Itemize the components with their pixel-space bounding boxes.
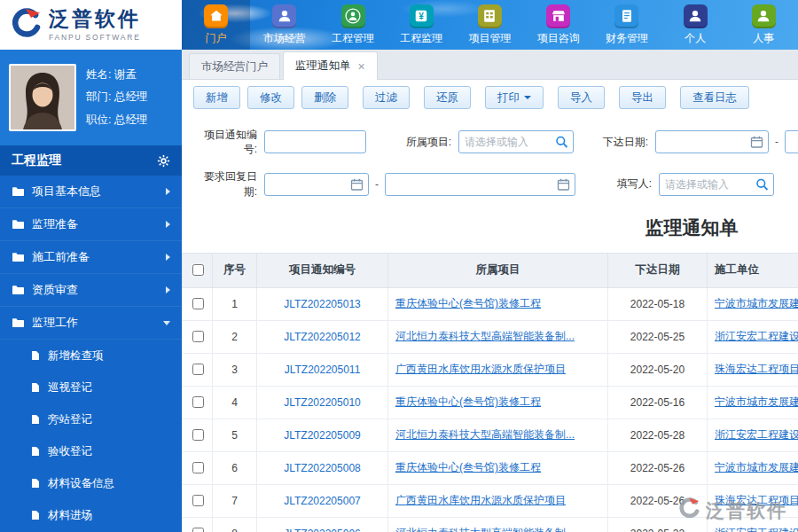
row-date: 2022-05-20 [608, 353, 708, 386]
notice-code-link[interactable]: JLTZ202205010 [284, 396, 361, 409]
unit-link[interactable]: 浙江安宏工程建设 [715, 428, 798, 441]
notice-code-link[interactable]: JLTZ202205009 [284, 429, 361, 442]
filter-button[interactable]: 过滤 [363, 86, 410, 109]
row-checkbox[interactable] [192, 429, 204, 441]
svg-text:¥: ¥ [419, 12, 424, 21]
unit-link[interactable]: 宁波市城市发展建设 [715, 461, 798, 473]
logo[interactable]: 泛普软件 FANPU SOFTWARE [0, 0, 182, 50]
nav-item-personal[interactable]: 个人 [661, 0, 730, 50]
calendar-icon[interactable] [350, 177, 364, 191]
row-checkbox[interactable] [192, 462, 204, 473]
unit-link[interactable]: 宁波市城市发展建设 [715, 395, 798, 408]
row-no: 8 [213, 517, 257, 532]
project-link[interactable]: 重庆体验中心(叁号馆)装修工程 [395, 461, 541, 473]
import-button[interactable]: 导入 [558, 86, 605, 109]
row-checkbox[interactable] [192, 331, 204, 342]
table-row[interactable]: 3 JLTZ202205011 广西黄田水库饮用水源水质保护项目 2022-05… [183, 353, 798, 386]
menu-label: 监理准备 [32, 216, 78, 232]
nav-item-finance[interactable]: 财务管理 [592, 0, 661, 50]
filter-panel: 项目通知编号: 所属项目: 下达日期: [182, 115, 798, 210]
nav-label-portal: 门户 [206, 31, 227, 46]
storefront-icon [546, 4, 570, 28]
nav-item-hr[interactable]: 人事 [730, 0, 798, 50]
unit-link[interactable]: 浙江安宏工程建设 [715, 330, 798, 342]
notice-code-link[interactable]: JLTZ202205007 [284, 495, 361, 507]
sidebar-item-supervision-prep[interactable]: 监理准备 [0, 208, 182, 241]
add-button[interactable]: 新增 [193, 86, 240, 109]
notice-code-link[interactable]: JLTZ202205012 [284, 331, 361, 343]
row-checkbox[interactable] [192, 528, 204, 532]
unit-link[interactable]: 宁波市城市发展建设 [715, 297, 798, 309]
tab-supervision-notice[interactable]: 监理通知单 × [283, 51, 378, 80]
page-icon [31, 350, 40, 361]
notice-code-link[interactable]: JLTZ202205013 [284, 298, 361, 310]
row-checkbox[interactable] [192, 495, 204, 506]
nav-item-consulting[interactable]: 项目咨询 [524, 0, 592, 50]
sidebar-subitem-new-check-item[interactable]: 新增检查项 [0, 340, 182, 372]
user-avatar [9, 64, 76, 131]
issue-date-to-input[interactable] [785, 130, 798, 153]
sidebar-subitem-acceptance-register[interactable]: 验收登记 [0, 435, 182, 467]
nav-label-engineering: 工程管理 [332, 31, 374, 46]
search-icon[interactable] [555, 136, 568, 149]
tab-market-portal[interactable]: 市场经营门户 [189, 53, 280, 79]
project-link[interactable]: 广西黄田水库饮用水源水质保护项目 [395, 363, 566, 375]
reply-date-to-input[interactable] [385, 173, 575, 196]
table-row[interactable]: 6 JLTZ202205008 重庆体验中心(叁号馆)装修工程 2022-05-… [183, 451, 798, 484]
project-link[interactable]: 重庆体验中心(叁号馆)装修工程 [395, 395, 541, 408]
row-checkbox[interactable] [192, 364, 204, 375]
sidebar-item-preconstruction-prep[interactable]: 施工前准备 [0, 241, 182, 274]
sidebar-item-project-basic-info[interactable]: 项目基本信息 [0, 176, 182, 208]
sidebar-subitem-material-arrival[interactable]: 材料进场 [0, 499, 182, 531]
table-row[interactable]: 5 JLTZ202205009 河北恒力泰科技大型高端智能装备制... 2022… [183, 419, 798, 451]
calendar-icon[interactable] [750, 136, 763, 149]
edit-button[interactable]: 修改 [247, 86, 294, 109]
project-link[interactable]: 河北恒力泰科技大型高端智能装备制... [395, 527, 575, 532]
nav-item-supervision[interactable]: ¥ 工程监理 [387, 0, 456, 50]
fanpu-watermark-icon [678, 497, 700, 523]
view-log-button[interactable]: 查看日志 [680, 86, 749, 109]
sidebar-item-supervision-work[interactable]: 监理工作 [0, 307, 182, 340]
export-button[interactable]: 导出 [619, 86, 666, 109]
notice-code-link[interactable]: JLTZ202205006 [284, 528, 361, 532]
select-all-checkbox[interactable] [192, 264, 204, 276]
logo-title: 泛普软件 [49, 9, 141, 29]
print-button[interactable]: 打印 [485, 86, 544, 109]
nav-item-market[interactable]: 市场经营 [250, 0, 318, 50]
close-tab-icon[interactable]: × [358, 60, 365, 73]
nav-item-engineering[interactable]: 工程管理 [318, 0, 387, 50]
watermark-text: 泛普软件 [706, 498, 787, 523]
sidebar-item-qualification-review[interactable]: 资质审查 [0, 274, 182, 307]
sidebar-subitem-patrol-register[interactable]: 巡视登记 [0, 372, 182, 403]
gear-icon[interactable] [157, 154, 170, 168]
unit-link[interactable]: 浙江安宏工程建设 [715, 527, 798, 532]
issue-date-to [785, 130, 798, 153]
sidebar-subitem-side-station-register[interactable]: 旁站登记 [0, 403, 182, 435]
row-checkbox[interactable] [192, 396, 204, 408]
table-row[interactable]: 1 JLTZ202205013 重庆体验中心(叁号馆)装修工程 2022-05-… [183, 287, 798, 320]
project-link[interactable]: 广西黄田水库饮用水源水质保护项目 [395, 494, 566, 506]
notice-no-input[interactable] [264, 130, 366, 153]
nav-item-portal[interactable]: 门户 [182, 0, 250, 50]
folder-icon [12, 285, 24, 295]
search-icon[interactable] [755, 177, 769, 191]
main-content: 市场经营门户 监理通知单 × 新增 修改 删除 过滤 还原 打印 导入 导出 [182, 50, 798, 532]
calendar-icon[interactable] [557, 177, 570, 191]
date-range-dash: - [375, 178, 379, 191]
delete-button[interactable]: 删除 [301, 86, 348, 109]
table-row[interactable]: 2 JLTZ202205012 河北恒力泰科技大型高端智能装备制... 2022… [183, 320, 798, 353]
user-dept: 部门: 总经理 [86, 86, 147, 109]
notice-code-link[interactable]: JLTZ202205011 [285, 364, 361, 376]
project-link[interactable]: 河北恒力泰科技大型高端智能装备制... [395, 428, 575, 441]
nav-label-finance: 财务管理 [606, 31, 648, 46]
restore-button[interactable]: 还原 [424, 86, 471, 109]
table-row[interactable]: 4 JLTZ202205010 重庆体验中心(叁号馆)装修工程 2022-05-… [183, 386, 798, 419]
submenu-label: 验收登记 [48, 444, 92, 459]
project-link[interactable]: 河北恒力泰科技大型高端智能装备制... [395, 330, 575, 342]
row-checkbox[interactable] [192, 298, 204, 309]
notice-code-link[interactable]: JLTZ202205008 [284, 462, 361, 474]
nav-item-project-mgmt[interactable]: 项目管理 [456, 0, 524, 50]
sidebar-subitem-material-equipment-info[interactable]: 材料设备信息 [0, 467, 182, 499]
project-link[interactable]: 重庆体验中心(叁号馆)装修工程 [395, 297, 541, 309]
unit-link[interactable]: 珠海宏达工程项目 [715, 363, 798, 375]
